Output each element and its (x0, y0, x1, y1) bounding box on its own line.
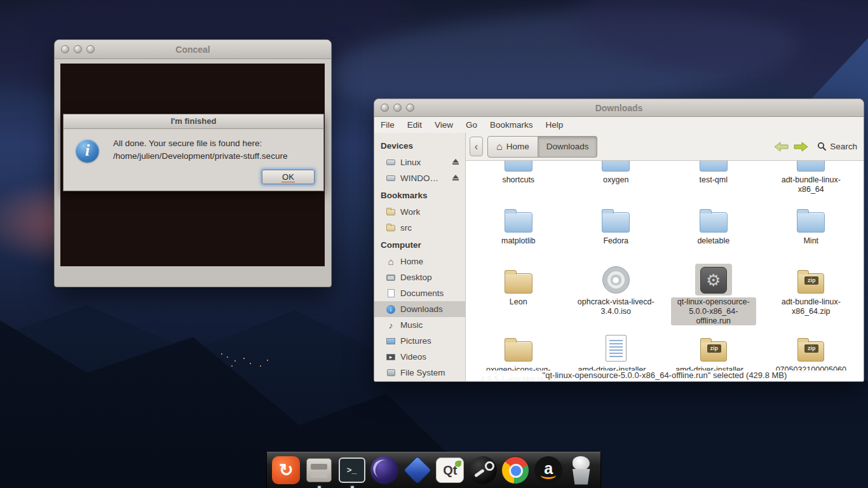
sidebar-header-bookmarks: Bookmarks (374, 186, 465, 204)
sidebar-header-devices: Devices (374, 137, 465, 154)
maximize-button[interactable] (406, 104, 414, 112)
file-item[interactable]: test-qml (665, 161, 763, 196)
sidebar-item-pictures[interactable]: Pictures (374, 333, 465, 349)
home-icon (386, 257, 396, 267)
folder-icon (505, 212, 532, 233)
dock-steam[interactable] (469, 456, 498, 485)
steam-icon (469, 456, 497, 484)
toolbar: ‹ Home Downloads (466, 133, 864, 161)
menu-bookmarks[interactable]: Bookmarks (489, 119, 534, 131)
file-item[interactable]: matplotlib (470, 203, 567, 257)
file-item[interactable]: adt-bundle-linux-x86_64.zip (763, 264, 860, 325)
minimize-button[interactable] (74, 45, 82, 53)
folder-icon (797, 212, 825, 233)
path-home-button[interactable]: Home (487, 136, 538, 158)
sidebar-item-src[interactable]: src (374, 220, 465, 236)
sidebar-item-home[interactable]: Home (374, 254, 465, 269)
music-icon (386, 320, 396, 330)
finished-dialog: I'm finished All done. Your secure file … (63, 114, 324, 191)
dock-eclipse[interactable] (370, 456, 399, 485)
path-downloads-button[interactable]: Downloads (538, 136, 598, 158)
document-icon (606, 335, 627, 362)
archive-icon (505, 341, 532, 362)
folder-icon (386, 207, 396, 217)
minimize-button[interactable] (393, 104, 402, 112)
menu-edit[interactable]: Edit (406, 119, 423, 131)
sidebar-item-videos[interactable]: Videos (374, 349, 465, 365)
dialog-title: I'm finished (64, 114, 323, 129)
file-item[interactable]: shortcuts (470, 161, 567, 196)
dock-software-updater[interactable] (272, 456, 301, 485)
menu-help[interactable]: Help (545, 119, 565, 131)
drive-icon (386, 173, 396, 184)
terminal-icon (339, 458, 365, 483)
file-item[interactable]: ophcrack-vista-livecd-3.4.0.iso (567, 264, 665, 325)
sidebar-item-linux[interactable]: Linux (374, 154, 465, 170)
drawer-icon (306, 458, 332, 482)
window-title: Downloads (374, 103, 864, 113)
file-item[interactable]: oxygen (567, 161, 665, 196)
dock-file-archiver[interactable] (305, 456, 334, 485)
menu-go[interactable]: Go (465, 119, 478, 131)
amazon-icon (534, 456, 562, 484)
zip-archive-icon (797, 273, 824, 294)
executable-gear-icon (700, 267, 727, 294)
home-icon (496, 141, 503, 152)
file-item[interactable]: adt-bundle-linux-x86_64 (763, 161, 860, 196)
videos-icon (386, 352, 396, 362)
sidebar-item-windows[interactable]: WINDO… (374, 170, 465, 186)
info-icon (76, 139, 99, 163)
ok-button[interactable]: OK (262, 170, 315, 184)
qt-icon (436, 458, 464, 483)
nav-previous-icon[interactable] (774, 142, 789, 152)
menu-file[interactable]: File (379, 119, 396, 131)
sidebar-item-music[interactable]: Music (374, 317, 465, 333)
close-button[interactable] (61, 45, 69, 53)
search-control[interactable]: Search (817, 142, 857, 151)
folder-icon (700, 212, 728, 233)
dock-trash[interactable] (567, 456, 595, 485)
file-item-selected[interactable]: qt-linux-opensource-5.0.0-x86_64-offline… (665, 264, 763, 325)
search-icon (817, 142, 827, 151)
eject-icon[interactable] (452, 175, 459, 180)
folder-icon (505, 273, 532, 294)
filesystem-icon (386, 368, 396, 378)
file-manager-window: Downloads File Edit View Go Bookmarks He… (374, 98, 864, 382)
zip-archive-icon (700, 341, 727, 362)
zip-archive-icon (797, 341, 824, 362)
dock-desktop-cube[interactable] (403, 456, 431, 485)
chrome-icon (501, 456, 529, 484)
sidebar-item-documents[interactable]: Documents (374, 285, 465, 301)
sidebar-item-work[interactable]: Work (374, 204, 465, 220)
file-item[interactable]: Leon (470, 264, 567, 325)
cube-icon (403, 456, 431, 484)
file-item[interactable]: Mint (763, 203, 860, 257)
downloads-icon (386, 304, 396, 315)
sidebar-header-computer: Computer (374, 236, 465, 254)
window-title: Conceal (55, 44, 331, 55)
desktop-icon (386, 273, 396, 283)
eclipse-icon (370, 456, 398, 484)
menu-view[interactable]: View (433, 119, 454, 131)
file-manager-titlebar[interactable]: Downloads (374, 99, 864, 117)
dock-terminal[interactable] (337, 456, 366, 485)
conceal-titlebar[interactable]: Conceal (55, 40, 331, 59)
dialog-message: All done. Your secure file is found here… (113, 137, 317, 163)
documents-icon (386, 288, 396, 299)
dock-amazon[interactable] (534, 456, 563, 485)
nav-next-icon[interactable] (794, 142, 808, 152)
close-button[interactable] (381, 104, 389, 112)
file-item[interactable]: deletable (665, 203, 763, 257)
sidebar-item-downloads[interactable]: Downloads (374, 301, 465, 317)
sidebar-item-filesystem[interactable]: File System (374, 365, 465, 381)
back-button[interactable]: ‹ (470, 137, 483, 156)
file-view: shortcuts oxygen test-qml adt-bundl (466, 161, 864, 381)
folder-icon (797, 161, 825, 172)
update-arrows-icon (272, 456, 300, 484)
dock-chrome[interactable] (501, 456, 530, 485)
dock-qt-creator[interactable] (436, 456, 465, 485)
eject-icon[interactable] (452, 159, 459, 165)
sidebar-item-desktop[interactable]: Desktop (374, 269, 465, 285)
maximize-button[interactable] (86, 45, 95, 53)
file-item[interactable]: Fedora (567, 203, 665, 257)
